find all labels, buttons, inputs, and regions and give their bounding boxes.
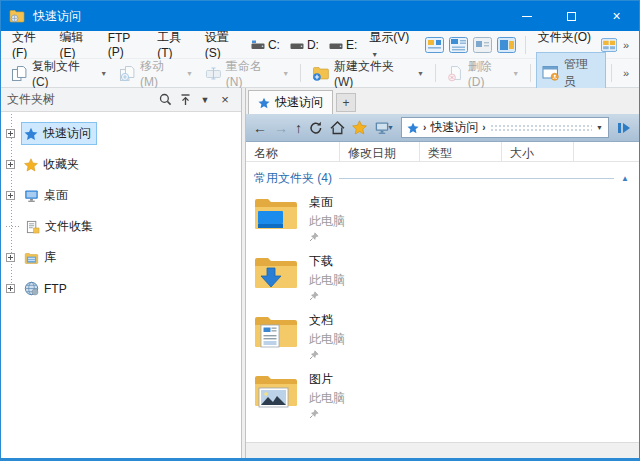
search-button[interactable] — [155, 90, 175, 110]
file-item-downloads[interactable]: 下载 此电脑 — [253, 252, 639, 305]
panel-dropdown-button[interactable]: ▼ — [195, 90, 215, 110]
search-icon — [159, 93, 172, 106]
file-item-documents[interactable]: 文档 此电脑 — [253, 311, 639, 364]
tree-node[interactable]: 快速访问 — [21, 122, 97, 145]
pin-icon — [309, 350, 319, 360]
separator — [300, 64, 301, 82]
details-view-button[interactable] — [449, 37, 468, 53]
expand-icon[interactable] — [6, 253, 15, 262]
file-item-location: 此电脑 — [309, 213, 345, 230]
expand-icon[interactable] — [6, 191, 15, 200]
pin-icon — [309, 291, 319, 301]
computer-dropdown-button[interactable]: ▼ — [374, 121, 394, 135]
move-label: 移动(M) — [140, 58, 182, 89]
favorite-star-button[interactable] — [352, 120, 367, 135]
downloads-folder-icon — [253, 252, 299, 294]
file-item-name: 文档 — [309, 312, 345, 329]
address-bar-fill — [490, 124, 592, 132]
tab-quick-access[interactable]: 快速访问 — [248, 90, 333, 114]
close-icon: × — [221, 92, 229, 107]
delete-icon — [447, 65, 464, 82]
address-dropdown-icon[interactable]: ▼ — [596, 124, 603, 131]
column-type[interactable]: 类型 — [420, 142, 502, 161]
column-modified-date[interactable]: 修改日期 — [340, 142, 420, 161]
rename-button[interactable]: 重命名(N) ▼ — [199, 54, 295, 93]
file-item-location: 此电脑 — [309, 331, 345, 348]
pictures-folder-icon — [253, 370, 299, 412]
view-buttons — [425, 37, 516, 53]
tree-item-label: 库 — [44, 249, 56, 266]
drive-c-button[interactable]: C: — [246, 35, 285, 55]
horizontal-scrollbar[interactable] — [246, 442, 639, 458]
tree-item-file-collection[interactable]: 文件收集 — [1, 211, 241, 242]
documents-folder-icon — [253, 311, 299, 353]
file-list-area: 常用文件夹 (4) ▲ 桌面 此电脑 — [246, 162, 639, 458]
group-divider — [339, 178, 614, 179]
dual-pane-view-button[interactable] — [601, 37, 617, 53]
expand-icon[interactable] — [6, 129, 15, 138]
tree-item-favorites[interactable]: 收藏夹 — [1, 149, 241, 180]
drive-e-button[interactable]: E: — [324, 35, 362, 55]
chevron-down-icon: ▼ — [100, 70, 107, 77]
drive-d-button[interactable]: D: — [285, 35, 324, 55]
back-button[interactable]: ← — [253, 121, 267, 135]
tab-bar: 快速访问 + — [246, 88, 639, 114]
new-folder-label: 新建文件夹(W) — [334, 58, 413, 89]
tree-item-quick-access[interactable]: 快速访问 — [1, 118, 241, 149]
desktop-folder-icon — [253, 193, 299, 235]
expand-icon[interactable] — [6, 284, 15, 293]
file-item-meta: 文档 此电脑 — [309, 311, 345, 364]
tree-item-label: 桌面 — [44, 187, 68, 204]
folder-tree-panel: 文件夹树 ▼ × — [1, 88, 241, 458]
new-folder-button[interactable]: 新建文件夹(W) ▼ — [306, 54, 430, 93]
column-name[interactable]: 名称 — [246, 142, 340, 161]
copy-icon — [11, 65, 28, 82]
expand-icon[interactable] — [6, 160, 15, 169]
chevron-down-icon: ▼ — [512, 70, 519, 77]
small-icons-view-button[interactable] — [473, 37, 492, 53]
group-header-common-folders[interactable]: 常用文件夹 (4) ▲ — [254, 170, 629, 187]
tree-node[interactable]: 桌面 — [21, 184, 74, 207]
rename-icon — [205, 65, 222, 82]
file-item-location: 此电脑 — [309, 272, 345, 289]
menubar-overflow-button[interactable]: » — [617, 39, 635, 51]
tree-node[interactable]: 库 — [21, 246, 62, 269]
copy-files-button[interactable]: 复制文件(C) ▼ — [5, 54, 113, 93]
file-item-location: 此电脑 — [309, 390, 345, 407]
move-button[interactable]: 移动(M) ▼ — [113, 54, 199, 93]
delete-button[interactable]: 删除(D) ▼ — [441, 54, 525, 93]
gold-star-icon — [24, 158, 38, 172]
refresh-button[interactable] — [309, 121, 323, 135]
new-tab-button[interactable]: + — [336, 93, 356, 112]
history-go-button[interactable] — [616, 123, 632, 133]
tree-node[interactable]: 文件收集 — [23, 215, 99, 238]
go-to-top-button[interactable] — [175, 90, 195, 110]
home-button[interactable] — [330, 121, 345, 135]
forward-button[interactable]: → — [274, 121, 288, 135]
pin-icon — [309, 232, 319, 242]
tree-item-label: 收藏夹 — [43, 156, 79, 173]
breadcrumb-quick-access[interactable]: 快速访问 — [430, 119, 478, 136]
panel-close-button[interactable]: × — [215, 90, 235, 110]
toolbar-overflow-button[interactable]: » — [617, 67, 635, 79]
tree-item-libraries[interactable]: 库 — [1, 242, 241, 273]
address-bar[interactable]: › 快速访问 › ▼ — [401, 117, 609, 138]
go-triangle-icon — [623, 123, 630, 133]
chevron-right-icon: › — [423, 122, 426, 133]
delete-label: 删除(D) — [468, 58, 508, 89]
file-item-pictures[interactable]: 图片 此电脑 — [253, 370, 639, 423]
file-item-desktop[interactable]: 桌面 此电脑 — [253, 193, 639, 246]
content-view-button[interactable] — [497, 37, 516, 53]
up-button[interactable]: ↑ — [295, 121, 302, 135]
chevron-right-icon: › — [482, 122, 485, 133]
column-size[interactable]: 大小 — [502, 142, 574, 161]
tree-item-ftp[interactable]: FTP — [1, 273, 241, 304]
tree-item-desktop[interactable]: 桌面 — [1, 180, 241, 211]
chevron-down-icon: ▼ — [201, 95, 210, 105]
separator — [611, 64, 612, 82]
tree-node[interactable]: FTP — [21, 278, 73, 299]
close-button[interactable]: × — [594, 1, 639, 31]
collapse-group-icon[interactable]: ▲ — [621, 174, 629, 183]
tree-node[interactable]: 收藏夹 — [21, 153, 85, 176]
large-icons-view-button[interactable] — [425, 37, 444, 53]
